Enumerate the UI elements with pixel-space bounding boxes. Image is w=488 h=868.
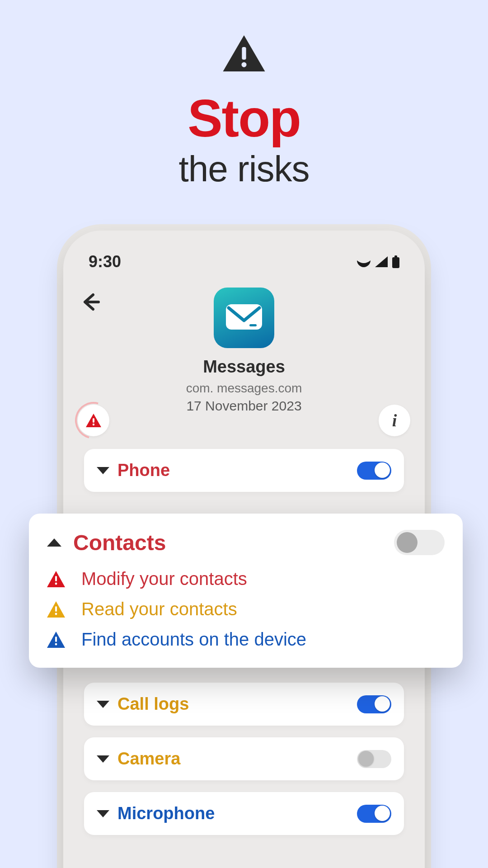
- svg-rect-12: [55, 637, 57, 642]
- toggle-calllogs[interactable]: [357, 695, 391, 713]
- toggle-phone[interactable]: [357, 462, 391, 480]
- hero-subtitle: the risks: [0, 148, 488, 190]
- info-button[interactable]: i: [379, 405, 410, 436]
- permission-detail-item: Find accounts on the device: [47, 629, 445, 650]
- permission-label: Call logs: [117, 694, 349, 714]
- toggle-camera[interactable]: [357, 750, 391, 768]
- warning-icon: [47, 601, 65, 618]
- chevron-up-icon[interactable]: [47, 538, 61, 547]
- app-name: Messages: [110, 357, 378, 377]
- info-icon: [47, 632, 65, 648]
- svg-rect-8: [55, 576, 57, 581]
- permission-row-camera[interactable]: Camera: [84, 737, 404, 780]
- back-button[interactable]: [76, 288, 105, 316]
- permission-detail-label: Read your contacts: [81, 599, 237, 619]
- toggle-contacts[interactable]: [394, 530, 445, 555]
- chevron-down-icon: [97, 810, 109, 817]
- risk-badge[interactable]: [78, 405, 109, 436]
- svg-rect-4: [226, 304, 262, 330]
- permission-label: Camera: [117, 749, 349, 769]
- warning-icon: [0, 35, 488, 73]
- permission-row-phone[interactable]: Phone: [84, 449, 404, 492]
- permission-detail-label: Modify your contacts: [81, 569, 247, 589]
- chevron-down-icon: [97, 755, 109, 763]
- app-date: 17 November 2023: [110, 398, 378, 414]
- app-package: com. messages.com: [110, 381, 378, 396]
- svg-rect-6: [93, 418, 94, 423]
- permission-detail-label: Find accounts on the device: [81, 629, 306, 650]
- permission-detail-item: Read your contacts: [47, 599, 445, 619]
- permission-label: Contacts: [73, 530, 382, 555]
- svg-rect-2: [392, 257, 399, 268]
- status-icons: [357, 255, 399, 268]
- permission-row-calllogs[interactable]: Call logs: [84, 683, 404, 726]
- svg-point-13: [55, 643, 57, 645]
- permission-row-microphone[interactable]: Microphone: [84, 792, 404, 835]
- svg-point-9: [55, 582, 57, 585]
- permission-label: Phone: [117, 461, 349, 480]
- hero-title: Stop: [0, 92, 488, 145]
- chevron-down-icon: [97, 467, 109, 474]
- toggle-microphone[interactable]: [357, 805, 391, 823]
- permission-label: Microphone: [117, 804, 349, 823]
- svg-point-11: [55, 613, 57, 615]
- svg-rect-3: [394, 255, 397, 258]
- svg-rect-0: [242, 47, 246, 60]
- permission-row-contacts-expanded: Contacts Modify your contacts Read your …: [29, 514, 463, 668]
- svg-point-1: [241, 62, 246, 67]
- svg-rect-10: [55, 606, 57, 612]
- chevron-down-icon: [97, 701, 109, 708]
- permission-detail-item: Modify your contacts: [47, 569, 445, 589]
- info-icon: i: [392, 410, 397, 430]
- app-icon: [214, 288, 274, 348]
- svg-rect-5: [249, 324, 257, 326]
- status-bar: 9:30: [63, 240, 425, 271]
- status-time: 9:30: [89, 252, 121, 271]
- danger-icon: [47, 571, 65, 587]
- svg-point-7: [93, 424, 94, 425]
